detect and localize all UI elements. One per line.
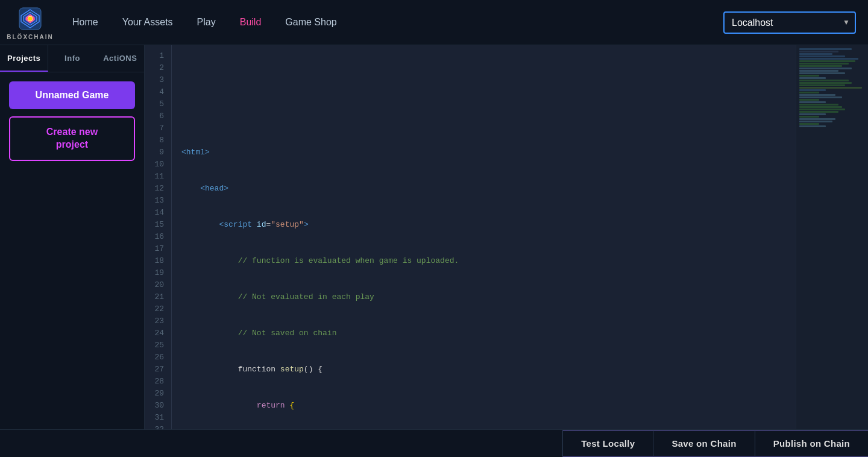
code-editor: 1 2 3 4 5 6 7 8 9 10 11 12 13 14 15 16 1… [145,45,868,429]
tab-projects[interactable]: Projects [0,45,48,72]
save-on-chain-button[interactable]: Save on Chain [653,430,754,457]
nav-play[interactable]: Play [197,17,216,28]
logo-text: BLÖXCHAIN [7,34,53,40]
code-line-3: <html> [181,147,786,159]
code-line-7: // Not evaluated in each play [181,291,786,303]
code-line-4: <head> [181,183,786,195]
code-line-10: return { [181,400,786,412]
main-layout: Projects Info ActiONS Unnamed Game Creat… [0,45,868,429]
nav-build[interactable]: Build [240,17,262,28]
code-line-2 [181,110,786,122]
code-line-9: function setup() { [181,364,786,376]
nav-right: Localhost Mainnet Testnet [723,11,856,34]
topnav: BLÖXCHAIN Home Your Assets Play Build Ga… [0,0,868,45]
create-new-project-button[interactable]: Create newproject [9,116,135,161]
publish-on-chain-button[interactable]: Publish on Chain [755,430,868,457]
minimap-content [796,45,868,131]
minimap [796,45,868,429]
unnamed-game-button[interactable]: Unnamed Game [9,81,135,109]
network-select[interactable]: Localhost Mainnet Testnet [723,11,856,34]
sidebar-content: Unnamed Game Create newproject [0,72,144,170]
sidebar: Projects Info ActiONS Unnamed Game Creat… [0,45,145,429]
bottom-actions: Test Locally Save on Chain Publish on Ch… [0,429,868,457]
network-selector-wrapper: Localhost Mainnet Testnet [723,11,856,34]
code-line-8: // Not saved on chain [181,327,786,339]
sidebar-tabs: Projects Info ActiONS [0,45,144,72]
line-numbers: 1 2 3 4 5 6 7 8 9 10 11 12 13 14 15 16 1… [145,45,172,429]
logo-icon [16,5,44,33]
nav-gameshop[interactable]: Game Shop [285,17,336,28]
tab-actions[interactable]: ActiONS [96,45,144,72]
code-line-1 [181,74,786,86]
tab-info[interactable]: Info [48,45,96,72]
test-locally-button[interactable]: Test Locally [562,430,653,457]
code-line-6: // function is evaluated when game is up… [181,255,786,267]
svg-point-4 [28,16,33,21]
nav-assets[interactable]: Your Assets [122,17,173,28]
code-area[interactable]: 1 2 3 4 5 6 7 8 9 10 11 12 13 14 15 16 1… [145,45,868,429]
logo-area: BLÖXCHAIN [12,5,48,40]
nav-links: Home Your Assets Play Build Game Shop [72,17,723,28]
code-line-5: <script id="setup"> [181,219,786,231]
code-content[interactable]: <html> <head> <script id="setup"> // fun… [172,45,796,429]
nav-home[interactable]: Home [72,17,98,28]
